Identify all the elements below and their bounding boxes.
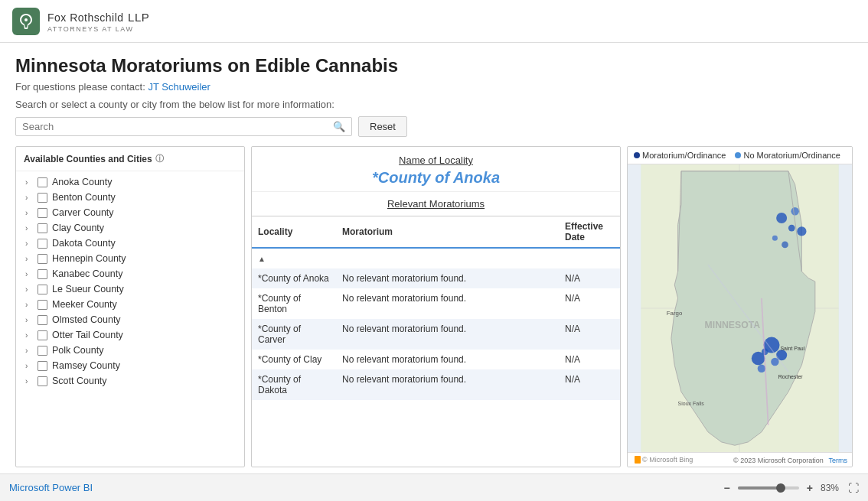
moratoriums-title: Relevant Moratoriums <box>252 192 620 216</box>
svg-point-7 <box>788 225 795 232</box>
logo-text: Fox Rothschild LLP ATTORNEYS AT LAW <box>47 9 149 33</box>
search-icon: 🔍 <box>333 121 345 132</box>
svg-point-9 <box>797 226 806 236</box>
cell-locality: *County of Carver <box>252 319 336 350</box>
cell-moratorium: No relevant moratorium found. <box>336 268 559 288</box>
zoom-slider[interactable] <box>738 486 799 490</box>
col-header-locality: Locality <box>252 216 336 248</box>
panel-right: Moratorium/Ordinance No Moratorium/Ordin… <box>627 146 853 467</box>
bottom-actions: − + 83% ⛶ <box>721 482 859 494</box>
chevron-icon: › <box>25 362 34 370</box>
legend-dot <box>735 152 741 158</box>
zoom-out-button[interactable]: − <box>721 482 733 494</box>
bottom-bar: Microsoft Power BI − + 83% ⛶ <box>0 473 868 501</box>
firm-name: Fox Rothschild LLP <box>47 9 149 25</box>
county-checkbox[interactable] <box>38 208 47 218</box>
powerbi-link[interactable]: Microsoft Power BI <box>9 482 93 493</box>
county-checkbox[interactable] <box>38 254 47 264</box>
counties-list: › Anoka County › Benton County › Carver … <box>16 171 244 467</box>
map-area[interactable]: Fargo MINNESOTA Saint Paul Rochester Sio… <box>628 164 852 452</box>
table-row: *County of Benton No relevant moratorium… <box>252 288 620 319</box>
county-checkbox[interactable] <box>38 269 47 279</box>
locality-value: *County of Anoka <box>258 169 614 187</box>
svg-point-14 <box>771 358 778 366</box>
svg-point-11 <box>782 242 788 249</box>
cell-date: N/A <box>559 319 620 350</box>
search-input[interactable] <box>22 121 333 132</box>
svg-point-8 <box>791 207 798 215</box>
county-checkbox[interactable] <box>38 361 47 371</box>
map-legend: Moratorium/Ordinance No Moratorium/Ordin… <box>628 147 852 164</box>
list-item[interactable]: › Clay County <box>16 220 244 236</box>
moratorium-table-wrap[interactable]: Locality Moratorium Effective Date ▲ *Co… <box>252 216 620 467</box>
county-checkbox[interactable] <box>38 177 47 187</box>
svg-point-16 <box>752 352 765 365</box>
search-row: 🔍 Reset <box>15 116 853 137</box>
list-item[interactable]: › Scott County <box>16 373 244 389</box>
county-checkbox[interactable] <box>38 330 47 340</box>
county-checkbox[interactable] <box>38 223 47 233</box>
legend-dot <box>634 152 640 158</box>
county-name: Polk County <box>52 345 103 356</box>
list-item[interactable]: › Otter Tail County <box>16 327 244 343</box>
county-checkbox[interactable] <box>38 300 47 310</box>
list-item[interactable]: › Le Sueur County <box>16 281 244 297</box>
county-name: Le Sueur County <box>52 284 124 294</box>
info-icon[interactable]: ⓘ <box>155 153 164 164</box>
list-item[interactable]: › Hennepin County <box>16 251 244 266</box>
contact-link[interactable]: JT Schuweiler <box>148 81 210 93</box>
cell-moratorium: No relevant moratorium found. <box>336 319 559 350</box>
county-name: Scott County <box>52 376 107 386</box>
fit-to-screen-icon[interactable]: ⛶ <box>848 482 859 494</box>
list-item[interactable]: › Ramsey County <box>16 358 244 373</box>
list-item[interactable]: › Dakota County <box>16 236 244 251</box>
firm-tagline: ATTORNEYS AT LAW <box>47 25 149 33</box>
bing-logo: © Microsoft Bing <box>642 456 693 464</box>
county-checkbox[interactable] <box>38 376 47 386</box>
county-name: Otter Tail County <box>52 330 123 340</box>
counties-header: Available Counties and Cities ⓘ <box>16 147 244 171</box>
cell-locality: *County of Benton <box>252 288 336 319</box>
zoom-controls: − + 83% <box>721 482 839 494</box>
cell-moratorium: No relevant moratorium found. <box>336 288 559 319</box>
list-item[interactable]: › Olmsted County <box>16 312 244 327</box>
chevron-icon: › <box>25 194 34 202</box>
list-item[interactable]: › Benton County <box>16 190 244 205</box>
county-name: Meeker County <box>52 299 117 310</box>
terms-link[interactable]: Terms <box>829 457 848 464</box>
svg-text:Sioux Falls: Sioux Falls <box>678 401 705 406</box>
col-header-moratorium: Moratorium <box>336 216 559 248</box>
county-checkbox[interactable] <box>38 239 47 249</box>
cell-moratorium: No relevant moratorium found. <box>336 350 559 369</box>
county-name: Clay County <box>52 223 104 233</box>
legend-label: Moratorium/Ordinance <box>642 151 726 160</box>
cell-date: N/A <box>559 288 620 319</box>
col-header-date: Effective Date <box>559 216 620 248</box>
search-box[interactable]: 🔍 <box>15 117 352 136</box>
svg-point-0 <box>24 18 28 21</box>
county-checkbox[interactable] <box>38 285 47 294</box>
expand-row[interactable]: ▲ <box>252 248 620 268</box>
county-checkbox[interactable] <box>38 193 47 203</box>
cell-locality: *County of Anoka <box>252 268 336 288</box>
cell-locality: *County of Clay <box>252 350 336 369</box>
table-row: *County of Dakota No relevant moratorium… <box>252 369 620 400</box>
cell-date: N/A <box>559 268 620 288</box>
list-item[interactable]: › Carver County <box>16 205 244 220</box>
svg-point-10 <box>772 236 778 241</box>
list-item[interactable]: › Kanabec County <box>16 266 244 281</box>
list-item[interactable]: › Anoka County <box>16 174 244 190</box>
legend-item: No Moratorium/Ordinance <box>735 151 840 160</box>
svg-text:Fargo: Fargo <box>667 310 683 317</box>
zoom-in-button[interactable]: + <box>804 482 816 494</box>
reset-button[interactable]: Reset <box>358 116 407 137</box>
county-checkbox[interactable] <box>38 315 47 325</box>
table-row: *County of Anoka No relevant moratorium … <box>252 268 620 288</box>
county-checkbox[interactable] <box>38 346 47 356</box>
list-item[interactable]: › Meeker County <box>16 297 244 312</box>
list-item[interactable]: › Polk County <box>16 343 244 358</box>
chevron-icon: › <box>25 346 34 355</box>
page-title: Minnesota Moratoriums on Edible Cannabis <box>15 55 853 76</box>
county-name: Hennepin County <box>52 253 126 264</box>
panel-left: Available Counties and Cities ⓘ › Anoka … <box>15 146 245 467</box>
